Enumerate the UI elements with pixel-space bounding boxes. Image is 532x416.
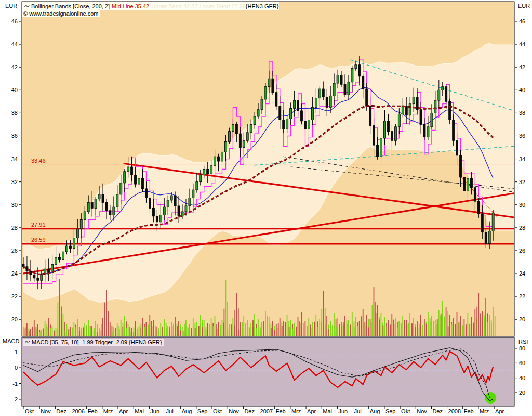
x-axis-month-label: Jun <box>150 408 159 414</box>
y-tick-label: 20 <box>11 316 18 322</box>
x-axis-month-label: Sep <box>385 408 396 414</box>
x-axis-month-label: Sep <box>197 408 208 414</box>
x-axis-month-label: Mrz <box>103 408 113 414</box>
rsi-tick-label: 60 <box>519 360 525 366</box>
y-tick-label: 42 <box>11 64 18 70</box>
y-tick-label: 28 <box>11 225 18 231</box>
rsi-tick-label: 80 <box>519 345 525 352</box>
x-axis-month-label: Feb <box>464 408 474 414</box>
x-axis-month-label: Okt <box>401 408 410 414</box>
y-tick-label: 40 <box>11 87 18 93</box>
y-tick-label: 46 <box>519 18 525 24</box>
indicator-header: Bollinger Bands [Close, 200, 2] Mid Line… <box>22 2 279 10</box>
price-level-label: 33.46 <box>31 158 46 164</box>
x-axis-month-label: Nov <box>229 408 239 414</box>
price-level-label: 26.59 <box>31 237 46 243</box>
right-axis-currency: EUR <box>518 3 530 9</box>
y-tick-label: 40 <box>519 87 525 93</box>
macd-panel[interactable] <box>22 337 514 406</box>
x-axis-month-label: Jul <box>166 408 174 414</box>
x-axis-month-label: Mai <box>135 408 144 414</box>
x-axis-month-label: Nov <box>41 408 51 414</box>
sine-wave-icon <box>24 339 31 345</box>
macd-header-text: MACD [35, 75, 10] -1.99 Trigger -2.09 {H… <box>32 339 162 345</box>
macd-header: MACD [35, 75, 10] -1.99 Trigger -2.09 {H… <box>23 339 164 346</box>
x-axis-month-label: 2006 <box>72 408 85 414</box>
x-axis-month-label: Jun <box>338 408 348 414</box>
y-tick-label: 24 <box>11 270 18 277</box>
x-axis-month-label: 2007 <box>260 408 273 414</box>
price-chart-canvas[interactable]: 33.4627.9126.594646444442424040383836363… <box>0 0 532 416</box>
x-axis-month-label: Mrz <box>291 408 301 414</box>
x-axis-month-label: Mrz <box>480 408 489 414</box>
y-tick-label: 22 <box>11 293 18 300</box>
copyright-label: © www.tradesignalonline.com <box>22 10 100 17</box>
x-axis-month-label: Apr <box>495 408 504 414</box>
y-tick-label: 44 <box>519 41 525 47</box>
x-axis-month-label: Dez <box>432 408 443 414</box>
macd-tick-label: -1 <box>12 381 18 387</box>
x-axis-month-label: Apr <box>307 408 316 414</box>
x-axis-month-label: 2008 <box>448 408 461 414</box>
x-axis-month-label: Feb <box>276 408 286 414</box>
x-axis-month-label: Aug <box>182 408 192 414</box>
rsi-axis-label: RSI <box>518 339 528 345</box>
y-tick-label: 32 <box>11 179 18 185</box>
x-axis-month-label: Nov <box>417 408 427 414</box>
x-axis-month-label: Aug <box>370 408 380 414</box>
symbol-name: {HEN3 GER} <box>246 3 281 9</box>
macd-tick-label: 0 <box>15 365 18 371</box>
bands-values-faint: Upper Band 42.87 Lower Band 27.98 <box>151 3 246 9</box>
y-tick-label: 26 <box>11 248 18 254</box>
y-tick-label: 30 <box>519 202 525 208</box>
x-axis-month-label: Jul <box>354 408 362 414</box>
y-tick-label: 30 <box>11 202 18 208</box>
left-axis-currency: EUR <box>5 3 17 9</box>
rsi-tick-label: 40 <box>519 375 525 381</box>
y-tick-label: 36 <box>519 133 525 139</box>
x-axis-month-label: Dez <box>56 408 66 414</box>
y-tick-label: 38 <box>519 110 525 116</box>
sine-wave-icon <box>24 3 30 9</box>
y-tick-label: 44 <box>11 41 18 47</box>
x-axis-month-label: Okt <box>25 408 34 414</box>
x-axis-month-label: Feb <box>88 408 98 414</box>
y-tick-label: 20 <box>519 316 525 322</box>
y-tick-label: 24 <box>519 270 525 277</box>
y-tick-label: 26 <box>519 248 525 254</box>
mid-line-value: Mid Line 35.42 <box>112 3 149 9</box>
x-axis-month-label: Okt <box>213 408 222 414</box>
y-tick-label: 34 <box>11 156 18 162</box>
price-level-label: 27.91 <box>31 222 46 228</box>
y-tick-label: 32 <box>519 179 525 185</box>
x-axis-month-label: Mai <box>323 408 332 414</box>
rsi-tick-label: 20 <box>519 389 525 396</box>
indicator-title: Bollinger Bands [Close, 200, 2] <box>31 3 110 9</box>
x-axis-month-label: Dez <box>244 408 255 414</box>
macd-tick-label: 1 <box>15 349 18 355</box>
y-tick-label: 22 <box>519 293 525 300</box>
y-tick-label: 34 <box>519 156 525 162</box>
trading-chart-window: 33.4627.9126.594646444442424040383836363… <box>0 0 532 416</box>
y-tick-label: 38 <box>11 110 18 116</box>
macd-axis-label: MACD <box>3 338 19 345</box>
macd-tick-label: -2 <box>12 396 18 402</box>
y-tick-label: 42 <box>519 64 525 70</box>
y-tick-label: 28 <box>519 225 525 231</box>
y-tick-label: 46 <box>11 18 18 24</box>
y-tick-label: 36 <box>11 133 18 139</box>
x-axis-month-label: Apr <box>119 408 128 414</box>
